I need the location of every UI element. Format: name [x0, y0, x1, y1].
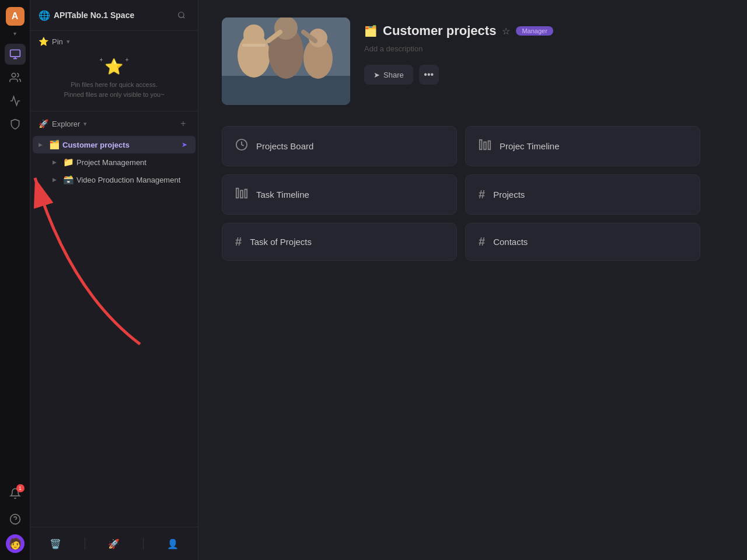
sidebar-item-customer-projects[interactable]: ▶ 🗂️ Customer projects ➤ [33, 136, 196, 153]
more-options-button[interactable]: ••• [419, 65, 439, 85]
card-icon-task-timeline [235, 187, 248, 202]
card-projects[interactable]: # Projects [465, 174, 700, 215]
card-projec-timeline[interactable]: Projec Timeline [465, 126, 700, 166]
tree-arrow-pm: ▶ [53, 159, 61, 165]
share-icon: ➤ [374, 71, 380, 79]
folder-title-icon: 🗂️ [364, 24, 377, 37]
sidebar-item-video-production[interactable]: ▶ 🗃️ Video Production Management [47, 171, 196, 188]
card-label-task-of-projects: Task of Projects [250, 237, 312, 247]
thumbnail-image [222, 18, 350, 105]
cards-grid: Projects Board Projec Timeline Task [222, 126, 700, 261]
explorer-header: 🚀 Explorer ▾ + [30, 111, 198, 136]
explorer-add-button[interactable]: + [177, 117, 190, 130]
card-icon-projects-board [235, 138, 248, 154]
folder-icon-customer: 🗂️ [49, 139, 60, 150]
icon-rail: A ▾ 1 [0, 0, 30, 560]
user-avatar-bottom[interactable]: 🧑 [6, 534, 25, 553]
nav-notifications[interactable]: 1 [5, 483, 26, 504]
tree-label-vp: Video Production Management [76, 176, 187, 184]
card-icon-task-of-projects: # [235, 235, 242, 249]
user-avatar[interactable]: A [6, 7, 25, 26]
share-button[interactable]: ➤ Share [364, 65, 413, 85]
nav-help[interactable] [5, 509, 26, 530]
space-icon: 🌐 [39, 10, 50, 21]
pin-section: ⭐ Pin ▾ + ⭐ + Pin files here for quick a… [30, 31, 198, 111]
svg-rect-23 [484, 142, 486, 149]
pin-star-decoration: + ⭐ + [100, 57, 129, 78]
svg-rect-14 [242, 44, 266, 47]
sidebar: 🌐 APITable No.1 Space ⭐ Pin ▾ + ⭐ + Pin … [30, 0, 198, 560]
card-task-of-projects[interactable]: # Task of Projects [222, 223, 457, 261]
nav-security[interactable] [5, 114, 26, 135]
divider-1 [85, 538, 85, 550]
pin-hint: Pin files here for quick access. Pinned … [64, 80, 164, 99]
card-icon-projects: # [479, 188, 485, 201]
tree-subtree: ▶ 📁 Project Management ▶ 🗃️ Video Produc… [30, 153, 198, 188]
svg-rect-22 [480, 140, 482, 150]
nav-home[interactable] [5, 44, 26, 65]
folder-description[interactable]: Add a description [364, 44, 724, 53]
sidebar-item-project-management[interactable]: ▶ 📁 Project Management [47, 153, 196, 171]
space-chevron[interactable]: ▾ [13, 30, 16, 37]
trash-button[interactable]: 🗑️ [46, 534, 65, 553]
folder-title: Customer projects [383, 23, 496, 38]
card-task-timeline[interactable]: Task Timeline [222, 174, 457, 215]
manager-badge: Manager [516, 26, 553, 36]
rocket-button[interactable]: 🚀 [104, 534, 123, 553]
person-button[interactable]: 👤 [163, 534, 182, 553]
folder-header: 🗂️ Customer projects ☆ Manager Add a des… [222, 18, 724, 105]
svg-point-13 [243, 24, 264, 46]
svg-rect-1 [10, 50, 20, 57]
explorer-section: 🚀 Explorer ▾ + ▶ 🗂️ Customer projects ➤ … [30, 111, 198, 527]
pin-header[interactable]: ⭐ Pin ▾ [39, 37, 190, 46]
sidebar-bottom: 🗑️ 🚀 👤 [30, 527, 198, 560]
card-label-projects: Projects [493, 190, 525, 200]
nav-people[interactable] [5, 67, 26, 88]
notification-count: 1 [16, 484, 25, 492]
svg-point-4 [12, 74, 16, 78]
card-label-task-timeline: Task Timeline [256, 190, 309, 200]
main-content: 🗂️ Customer projects ☆ Manager Add a des… [198, 0, 747, 560]
favorite-star[interactable]: ☆ [502, 26, 510, 37]
folder-actions: ➤ Share ••• [364, 65, 724, 85]
space-name[interactable]: 🌐 APITable No.1 Space [39, 10, 134, 21]
svg-rect-25 [236, 188, 239, 198]
svg-rect-24 [488, 141, 491, 150]
share-indicator: ➤ [181, 141, 187, 149]
svg-line-8 [183, 17, 185, 19]
explorer-label[interactable]: 🚀 Explorer ▾ [39, 119, 87, 128]
pin-content: + ⭐ + Pin files here for quick access. P… [39, 51, 190, 105]
tree-label-customer: Customer projects [62, 141, 179, 149]
search-button[interactable] [173, 7, 190, 23]
card-label-projec-timeline: Projec Timeline [500, 141, 560, 151]
svg-rect-26 [240, 190, 243, 198]
folder-info: 🗂️ Customer projects ☆ Manager Add a des… [364, 18, 724, 85]
svg-point-7 [179, 12, 184, 18]
folder-icon-vp: 🗃️ [63, 174, 74, 185]
card-projects-board[interactable]: Projects Board [222, 126, 457, 166]
folder-title-row: 🗂️ Customer projects ☆ Manager [364, 23, 724, 38]
folder-icon-pm: 📁 [63, 157, 74, 167]
card-label-contacts: Contacts [493, 237, 528, 247]
divider-2 [143, 538, 144, 550]
folder-thumbnail [222, 18, 350, 105]
card-contacts[interactable]: # Contacts [465, 223, 700, 261]
svg-rect-11 [222, 76, 350, 105]
sidebar-header: 🌐 APITable No.1 Space [30, 0, 198, 31]
card-icon-projec-timeline [479, 138, 491, 154]
card-icon-contacts: # [479, 235, 485, 249]
card-label-projects-board: Projects Board [256, 141, 313, 151]
svg-rect-27 [245, 190, 247, 198]
tree-arrow-vp: ▶ [53, 177, 61, 183]
tree-label-pm: Project Management [76, 158, 187, 167]
rail-bottom: 1 🧑 [5, 483, 26, 553]
tree-arrow-customer: ▶ [39, 142, 47, 148]
nav-activity[interactable] [5, 90, 26, 111]
